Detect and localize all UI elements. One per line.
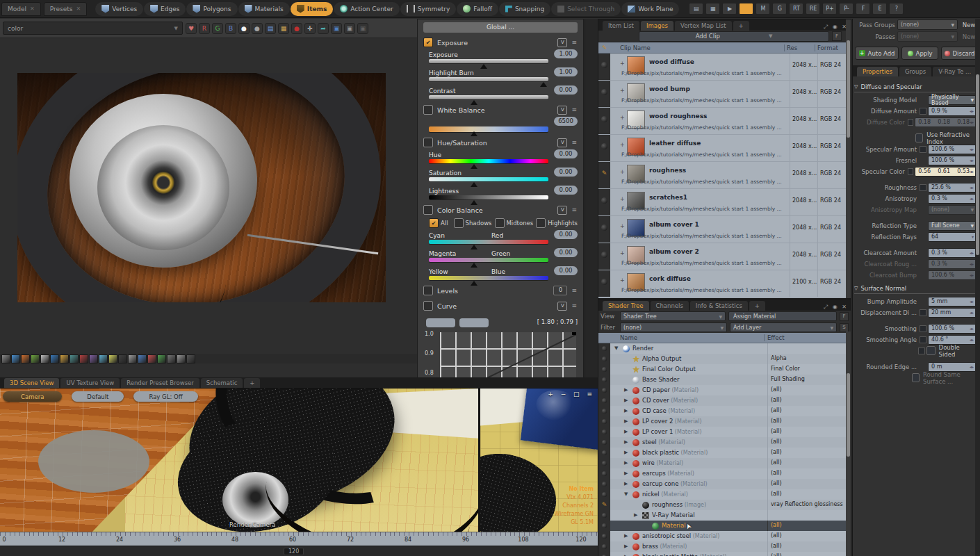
- visibility-cell[interactable]: [598, 479, 610, 489]
- curve-grid[interactable]: [440, 332, 576, 379]
- shader-row-nickel[interactable]: ▼nickel (Material)(all): [598, 489, 851, 500]
- eye-icon[interactable]: [602, 544, 607, 549]
- grey-swatch[interactable]: ●: [252, 23, 263, 34]
- stepper-arrows-icon[interactable]: ◂▸: [970, 272, 974, 277]
- viewport-toolbar-icon[interactable]: [70, 354, 79, 363]
- shader-row-lp-cover-2[interactable]: ▶LP cover 2 (Material)(all): [598, 416, 851, 427]
- shader-row-cd-cover[interactable]: ▶CD cover (Material)(all): [598, 395, 851, 406]
- viewport-tab-render-preset-browser[interactable]: Render Preset Browser: [121, 378, 199, 388]
- stepper-arrows-icon[interactable]: ◂▸: [970, 310, 974, 315]
- add-clip-dropdown[interactable]: Add Clip ▼: [639, 31, 829, 42]
- expander-icon[interactable]: ▶: [624, 471, 628, 476]
- dropdown-arrow-icon[interactable]: ▾: [972, 234, 974, 239]
- visibility-cell[interactable]: [598, 108, 610, 134]
- section-v-button[interactable]: V: [557, 206, 567, 215]
- viewport-toolbar-icon[interactable]: [60, 354, 69, 363]
- column-clip-name[interactable]: Clip Name: [610, 44, 784, 51]
- eye-icon[interactable]: [602, 492, 607, 497]
- slider-value[interactable]: 0.00: [554, 230, 578, 239]
- tab-snapping[interactable]: Snapping: [499, 2, 550, 16]
- shader-row-brass[interactable]: ▶brass (Material)(all): [598, 541, 851, 552]
- current-frame-field[interactable]: 120: [284, 548, 304, 555]
- toolbar-button-item[interactable]: ▶: [722, 3, 737, 15]
- rounded-edge-field[interactable]: 0 m◂▸: [928, 362, 977, 372]
- shading-model-dropdown[interactable]: Physically Based▼: [928, 95, 977, 105]
- slider-track[interactable]: [429, 258, 548, 262]
- slider-handle[interactable]: [471, 131, 477, 136]
- white-swatch[interactable]: ●: [238, 23, 250, 34]
- toolbar-button-item[interactable]: ?: [889, 3, 904, 15]
- slider-value[interactable]: 1.00: [554, 49, 578, 58]
- slider-handle[interactable]: [471, 200, 477, 205]
- visibility-cell[interactable]: [598, 416, 610, 427]
- expander-icon[interactable]: +: [620, 223, 625, 229]
- slider-value[interactable]: 0.00: [554, 248, 578, 257]
- expander-icon[interactable]: ▶: [624, 408, 628, 414]
- section-menu-icon[interactable]: ≡: [571, 139, 578, 146]
- viewport-toolbar-icon[interactable]: [31, 354, 40, 363]
- viewport-toolbar-icon[interactable]: [79, 354, 88, 363]
- clip-row-album-cover-2[interactable]: +album cover 2F:/Dropbox/pix/tutorials/m…: [598, 243, 851, 270]
- visibility-cell[interactable]: [598, 364, 610, 375]
- visibility-cell[interactable]: [598, 541, 610, 552]
- visibility-cell[interactable]: [598, 385, 610, 395]
- slider-track[interactable]: [429, 77, 548, 81]
- slider-track[interactable]: [429, 126, 548, 132]
- slider-value[interactable]: 0.00: [554, 266, 578, 275]
- scrollbar-thumb[interactable]: [976, 74, 979, 255]
- eye-icon[interactable]: [602, 367, 607, 372]
- slider-handle[interactable]: [471, 281, 477, 286]
- channel-b-button[interactable]: B: [225, 23, 236, 34]
- use-refractive-index-checkbox[interactable]: [915, 133, 923, 142]
- stepper-arrows-icon[interactable]: ◂▸: [970, 326, 974, 331]
- discard-button[interactable]: Discard: [941, 47, 978, 60]
- shader-row-black-plastic[interactable]: ▶black plastic (Material)(all): [598, 448, 851, 458]
- slider-handle[interactable]: [471, 245, 477, 250]
- toolbar-button-g[interactable]: G: [772, 3, 787, 15]
- curve-v-button[interactable]: V: [557, 302, 567, 311]
- levels-value[interactable]: 0: [553, 286, 567, 295]
- toolbar-button-e[interactable]: E: [872, 3, 887, 15]
- eye-icon[interactable]: [602, 482, 607, 486]
- tab-v-ray-te[interactable]: V-Ray Te ...: [933, 67, 977, 76]
- column-res[interactable]: Res: [784, 44, 815, 51]
- visibility-cell[interactable]: [598, 81, 610, 107]
- highlights-checkbox[interactable]: [536, 218, 546, 228]
- box-grey-icon[interactable]: ▣: [344, 23, 355, 34]
- curve-preset-button[interactable]: [426, 318, 455, 327]
- shader-row-cd-paper[interactable]: ▶CD paper (Material)(all): [598, 385, 851, 395]
- envelope-toggle[interactable]: [920, 184, 926, 191]
- slider-handle[interactable]: [480, 64, 487, 69]
- slider-track[interactable]: [429, 95, 548, 99]
- eye-icon[interactable]: [602, 523, 607, 528]
- viewport-button-camera[interactable]: Camera: [3, 391, 62, 402]
- eye-icon[interactable]: [602, 471, 607, 476]
- stepper-arrows-icon[interactable]: ◂▸: [970, 147, 974, 152]
- envelope-toggle[interactable]: [920, 146, 926, 153]
- envelope-toggle[interactable]: [920, 309, 926, 316]
- envelope-toggle[interactable]: [920, 336, 926, 343]
- anisotropy-map-dropdown[interactable]: (none)▼: [928, 205, 977, 215]
- visibility-cell[interactable]: [598, 189, 610, 215]
- viewport-toolbar-icon[interactable]: [21, 354, 30, 363]
- section-v-button[interactable]: V: [557, 106, 567, 115]
- tab-select-through[interactable]: Select Through: [551, 2, 621, 16]
- column-effect[interactable]: Effect: [764, 334, 851, 341]
- envelope-toggle[interactable]: [918, 348, 925, 354]
- viewport-toolbar-icon[interactable]: [108, 354, 117, 363]
- section-menu-icon[interactable]: ≡: [571, 106, 578, 113]
- tab-work-plane[interactable]: Work Plane: [621, 2, 679, 16]
- visibility-cell[interactable]: [598, 216, 610, 243]
- visibility-cell[interactable]: [598, 552, 610, 556]
- all-checkbox[interactable]: ✔: [429, 218, 439, 228]
- clip-row-scratches1[interactable]: +scratches1F:/Dropbox/pix/tutorials/my/m…: [598, 189, 851, 216]
- visibility-cell[interactable]: [598, 427, 610, 437]
- tab-items[interactable]: Items: [291, 2, 334, 16]
- expander-icon[interactable]: ▶: [624, 450, 628, 455]
- diffuse-amount-field[interactable]: 0.9 %◂▸: [928, 106, 977, 116]
- filter-dropdown[interactable]: (none) ▼: [620, 322, 727, 332]
- passes-dropdown[interactable]: (none) ▼: [897, 31, 958, 42]
- viewport-toolbar-icon[interactable]: [118, 354, 127, 363]
- shader-row-cd-case[interactable]: ▶CD case (Material)(all): [598, 406, 851, 416]
- slider-handle[interactable]: [540, 82, 547, 87]
